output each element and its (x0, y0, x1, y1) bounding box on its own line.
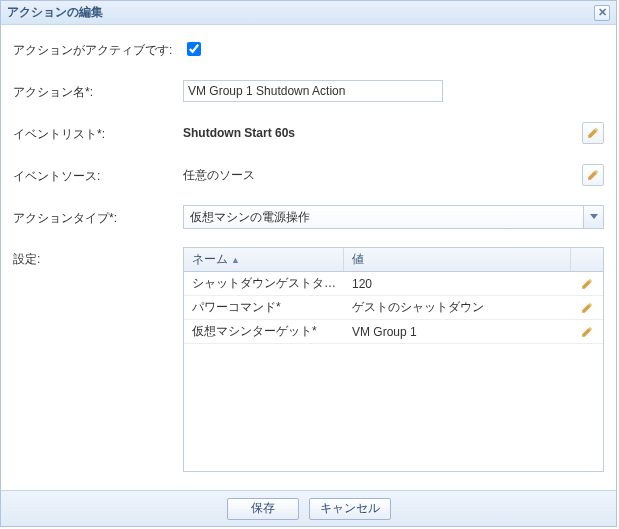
eventsource-label: イベントソース: (13, 166, 183, 185)
eventlist-value: Shutdown Start 60s (183, 126, 295, 140)
grid-body: シャットダウンゲストタイ... 120 パワーコマンド* ゲストのシャットダウン (184, 272, 603, 471)
name-label: アクション名*: (13, 82, 183, 101)
eventlist-label: イベントリスト*: (13, 124, 183, 143)
table-row[interactable]: シャットダウンゲストタイ... 120 (184, 272, 603, 296)
close-button[interactable]: ✕ (594, 5, 610, 21)
table-row[interactable]: 仮想マシンターゲット* VM Group 1 (184, 320, 603, 344)
actiontype-value: 仮想マシンの電源操作 (190, 209, 310, 226)
cancel-button[interactable]: キャンセル (309, 498, 391, 520)
row-active: アクションがアクティブです: (13, 37, 604, 61)
eventlist-edit-button[interactable] (582, 122, 604, 144)
eventsource-value: 任意のソース (183, 167, 255, 184)
grid-header: ネーム ▲ 値 (184, 248, 603, 272)
dialog-title: アクションの編集 (7, 4, 594, 21)
cell-name: シャットダウンゲストタイ... (184, 272, 344, 295)
save-button[interactable]: 保存 (227, 498, 299, 520)
settings-grid: ネーム ▲ 値 シャットダウンゲストタイ... 120 (183, 247, 604, 472)
actiontype-select[interactable]: 仮想マシンの電源操作 (183, 205, 604, 229)
pencil-icon (587, 127, 599, 139)
active-label: アクションがアクティブです: (13, 40, 183, 59)
row-eventsource: イベントソース: 任意のソース (13, 163, 604, 187)
pencil-icon[interactable] (581, 278, 593, 290)
row-eventlist: イベントリスト*: Shutdown Start 60s (13, 121, 604, 145)
edit-action-dialog: アクションの編集 ✕ アクションがアクティブです: アクション名*: イベントリ… (0, 0, 617, 527)
row-actiontype: アクションタイプ*: 仮想マシンの電源操作 (13, 205, 604, 229)
active-checkbox[interactable] (187, 42, 201, 56)
sort-asc-icon: ▲ (231, 255, 240, 265)
grid-header-name[interactable]: ネーム ▲ (184, 248, 344, 271)
row-name: アクション名*: (13, 79, 604, 103)
grid-header-edit (571, 248, 603, 271)
row-settings: 設定: ネーム ▲ 値 シャットダウンゲストタイ... 120 (13, 247, 604, 472)
cell-value: ゲストのシャットダウン (344, 296, 571, 319)
eventsource-edit-button[interactable] (582, 164, 604, 186)
name-input[interactable] (183, 80, 443, 102)
pencil-icon (587, 169, 599, 181)
cell-name: パワーコマンド* (184, 296, 344, 319)
cell-value: VM Group 1 (344, 322, 571, 342)
pencil-icon[interactable] (581, 302, 593, 314)
actiontype-label: アクションタイプ*: (13, 208, 183, 227)
pencil-icon[interactable] (581, 326, 593, 338)
settings-label: 設定: (13, 247, 183, 268)
cell-value: 120 (344, 274, 571, 294)
close-icon: ✕ (598, 7, 607, 18)
form-area: アクションがアクティブです: アクション名*: イベントリスト*: Shutdo… (1, 25, 616, 476)
table-row[interactable]: パワーコマンド* ゲストのシャットダウン (184, 296, 603, 320)
dialog-footer: 保存 キャンセル (1, 490, 616, 526)
cell-name: 仮想マシンターゲット* (184, 320, 344, 343)
titlebar: アクションの編集 ✕ (1, 1, 616, 25)
grid-header-value[interactable]: 値 (344, 248, 571, 271)
